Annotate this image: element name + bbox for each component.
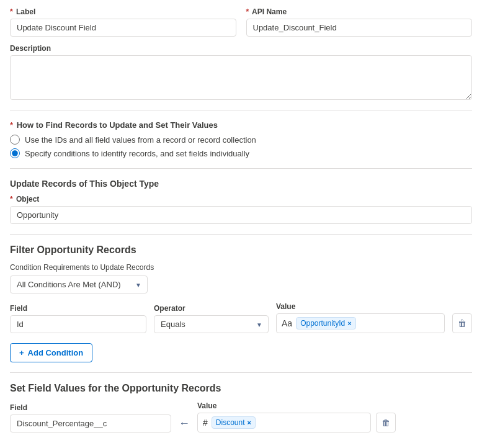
object-label: * Object <box>10 195 472 204</box>
set-field-input[interactable] <box>10 414 171 432</box>
delete-set-field-button[interactable]: 🗑 <box>376 413 396 432</box>
operator-select-wrapper[interactable]: Equals Does Not Equal Greater Than Less … <box>154 315 269 333</box>
operator-col-label: Operator <box>154 304 269 313</box>
how-to-label: * How to Find Records to Update and Set … <box>10 120 472 130</box>
arrow-icon: ← <box>176 417 192 430</box>
pill-type-icon: Aa <box>282 318 292 328</box>
label-input[interactable] <box>10 19 236 37</box>
value-pill-input[interactable]: Aa OpportunityId × <box>276 313 445 333</box>
label-field-label: * Label <box>10 7 236 16</box>
filter-section-title: Filter Opportunity Records <box>10 244 472 256</box>
set-field-value-input[interactable]: # Discount × <box>197 413 371 432</box>
set-field-value-col-label: Value <box>197 401 371 410</box>
set-field-section-title: Set Field Values for the Opportunity Rec… <box>10 383 472 394</box>
update-records-section-title: Update Records of This Object Type <box>10 179 472 189</box>
value-pill[interactable]: OpportunityId × <box>296 317 355 329</box>
api-name-field-label: * API Name <box>246 7 473 16</box>
radio-option2-input[interactable] <box>10 148 20 158</box>
value-pill-close[interactable]: × <box>347 320 351 327</box>
delete-set-field-icon: 🗑 <box>382 418 390 428</box>
value-col-label: Value <box>276 302 445 311</box>
add-condition-button[interactable]: + Add Condition <box>10 343 92 362</box>
add-condition-plus-icon: + <box>19 348 24 357</box>
set-field-col-label: Field <box>10 403 171 412</box>
condition-req-select-wrapper[interactable]: All Conditions Are Met (AND) Any Conditi… <box>10 276 148 293</box>
delete-condition-button[interactable]: 🗑 <box>452 313 472 333</box>
field-input[interactable] <box>10 315 146 333</box>
description-textarea[interactable] <box>10 55 472 100</box>
radio-option1-input[interactable] <box>10 135 20 145</box>
description-label: Description <box>10 44 472 53</box>
api-name-input[interactable] <box>246 19 473 37</box>
condition-req-select[interactable]: All Conditions Are Met (AND) Any Conditi… <box>10 276 148 293</box>
field-col-label: Field <box>10 304 146 313</box>
operator-select[interactable]: Equals Does Not Equal Greater Than Less … <box>154 315 269 333</box>
delete-icon: 🗑 <box>458 318 466 328</box>
object-input[interactable] <box>10 206 472 224</box>
radio-option2[interactable]: Specify conditions to identify records, … <box>10 148 472 158</box>
radio-option1[interactable]: Use the IDs and all field values from a … <box>10 135 472 145</box>
hash-type-icon: # <box>203 418 208 428</box>
condition-req-label: Condition Requirements to Update Records <box>10 263 472 272</box>
set-field-pill-close[interactable]: × <box>247 419 251 426</box>
set-field-value-pill[interactable]: Discount × <box>212 416 256 429</box>
